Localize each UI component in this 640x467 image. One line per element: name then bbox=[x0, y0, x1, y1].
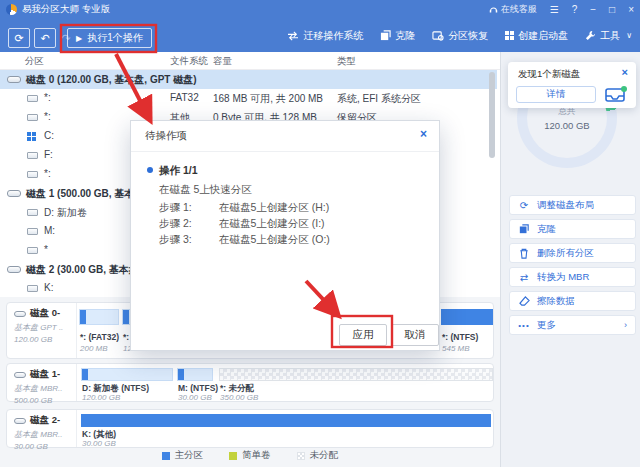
execute-operation-button[interactable]: ▶ 执行1个操作 bbox=[67, 28, 152, 48]
details-button[interactable]: 详情 bbox=[516, 86, 596, 103]
disk-icon bbox=[14, 311, 26, 317]
legend-primary-swatch bbox=[162, 452, 170, 460]
partition-icon bbox=[27, 95, 38, 102]
delete-all-partitions-button[interactable]: 删除所有分区 bbox=[509, 243, 636, 263]
clone-button[interactable]: 克隆 bbox=[380, 29, 415, 43]
legend-unallocated-label: 未分配 bbox=[310, 449, 339, 462]
partition-icon bbox=[27, 152, 38, 159]
table-row-disk0[interactable]: 磁盘 0 (120.00 GB, 基本盘, GPT 磁盘) bbox=[0, 70, 497, 89]
disk1-card[interactable]: 磁盘 1- 基本盘 MBR.. 500.00 GB D: 新加卷 (NTFS) … bbox=[6, 363, 494, 402]
partition-capacity: 168 MB 可用, 共 200 MB bbox=[213, 92, 323, 106]
clone-label: 克隆 bbox=[395, 29, 415, 43]
col-partition: 分区 bbox=[25, 55, 44, 68]
used-space-bar bbox=[82, 369, 88, 380]
partition-fs: FAT32 bbox=[170, 92, 199, 103]
wipe-data-label: 擦除数据 bbox=[537, 295, 575, 308]
used-space-bar bbox=[80, 310, 86, 324]
table-scrollbar[interactable] bbox=[489, 72, 495, 158]
adjust-layout-icon: ⟳ bbox=[518, 200, 530, 211]
windows-icon bbox=[27, 132, 36, 141]
delete-all-partitions-label: 删除所有分区 bbox=[537, 247, 594, 260]
partition-name: K: bbox=[44, 282, 53, 293]
legend: 主分区 简单卷 未分配 bbox=[0, 449, 500, 462]
donut-value: 120.00 GB bbox=[544, 120, 589, 131]
disk1-partition-d[interactable]: D: 新加卷 (NTFS) 120.00 GB bbox=[81, 368, 173, 402]
clone-icon bbox=[518, 224, 530, 234]
operation-step: 步骤 3: 在磁盘5上创建分区 (O:) bbox=[159, 233, 192, 247]
col-filesystem: 文件系统 bbox=[170, 55, 208, 68]
more-label: 更多 bbox=[537, 319, 556, 332]
operation-counter: 操作 1/1 bbox=[159, 164, 198, 178]
partition-name: D: 新加卷 bbox=[44, 206, 87, 220]
maximize-button[interactable]: □ bbox=[609, 4, 615, 15]
online-service-button[interactable]: 在线客服 bbox=[489, 3, 537, 16]
partition-icon bbox=[27, 247, 38, 254]
table-row[interactable]: *: FAT32 168 MB 可用, 共 200 MB 系统, EFI 系统分… bbox=[0, 89, 497, 108]
titlebar: 易我分区大师 专业版 在线客服 ☰ ? − □ × bbox=[0, 0, 640, 19]
close-button[interactable]: × bbox=[628, 4, 634, 15]
popup-close-icon[interactable]: × bbox=[622, 66, 628, 78]
adjust-disk-layout-button[interactable]: ⟳ 调整磁盘布局 bbox=[509, 195, 636, 215]
minimize-button[interactable]: − bbox=[590, 4, 596, 15]
disk0-partition-efi[interactable]: *: (FAT32) 200 MB bbox=[79, 309, 119, 357]
step-label: 步骤 3: bbox=[159, 233, 192, 245]
chevron-right-icon: › bbox=[624, 320, 627, 330]
disk-icon bbox=[7, 266, 21, 273]
wipe-data-button[interactable]: 擦除数据 bbox=[509, 291, 636, 311]
disk2-partition-k[interactable]: K: (其他) 30.00 GB bbox=[81, 414, 491, 448]
partition-name: * bbox=[44, 244, 48, 255]
menu-icon[interactable]: ☰ bbox=[550, 4, 559, 15]
right-panel: 总共 120.00 GB 发现1个新磁盘 × 详情 ⟳ 调整磁盘布局 克隆 bbox=[500, 52, 640, 467]
col-type: 类型 bbox=[337, 55, 356, 68]
partition-name: C: bbox=[44, 130, 54, 141]
disk2-card[interactable]: 磁盘 2- 基本盘 MBR.. 30.00 GB K: (其他) 30.00 G… bbox=[6, 409, 494, 448]
partition-size: 120.00 GB bbox=[82, 393, 120, 402]
help-icon[interactable]: ? bbox=[572, 4, 578, 15]
step-text: 在磁盘5上创建分区 (O:) bbox=[219, 233, 330, 247]
apply-label: 应用 bbox=[353, 328, 374, 342]
more-dots-icon: ••• bbox=[518, 321, 530, 330]
disk2-info: 磁盘 2- 基本盘 MBR.. 30.00 GB bbox=[7, 410, 77, 447]
partition-icon bbox=[27, 171, 38, 178]
clone-disk-button[interactable]: 克隆 bbox=[509, 219, 636, 239]
convert-to-mbr-button[interactable]: ⇄ 转换为 MBR bbox=[509, 267, 636, 287]
used-space-bar bbox=[123, 310, 129, 324]
partition-size: 200 MB bbox=[80, 344, 108, 353]
undo-button[interactable]: ↶ bbox=[34, 28, 56, 48]
eraser-icon bbox=[518, 296, 530, 306]
dialog-close-icon[interactable]: × bbox=[420, 127, 427, 141]
refresh-button[interactable]: ⟳ bbox=[8, 28, 30, 48]
recovery-icon bbox=[432, 30, 444, 41]
partition-recovery-button[interactable]: 分区恢复 bbox=[432, 29, 488, 43]
toolbar: ⟳ ↶ ↷ ▶ 执行1个操作 迁移操作系统 克隆 分区恢复 bbox=[0, 19, 640, 52]
more-button[interactable]: ••• 更多 › bbox=[509, 315, 636, 335]
disk0-info: 磁盘 0- 基本盘 GPT .. 120.00 GB bbox=[7, 303, 77, 358]
disk-label: 磁盘 0 (120.00 GB, 基本盘, GPT 磁盘) bbox=[26, 73, 197, 87]
used-space-bar bbox=[178, 369, 184, 380]
disk0-partition-ntfs[interactable]: *: (NTFS) 545 MB bbox=[441, 309, 493, 357]
partition-size: 545 MB bbox=[442, 344, 470, 353]
legend-unallocated-swatch bbox=[297, 452, 305, 460]
disk1-partition-m[interactable]: M: (NTFS) 30.00 GB bbox=[177, 368, 213, 402]
cancel-button[interactable]: 取消 bbox=[391, 324, 439, 346]
migrate-os-button[interactable]: 迁移操作系统 bbox=[287, 29, 363, 43]
disk-icon bbox=[7, 76, 21, 83]
operation-step: 步骤 2: 在磁盘5上创建分区 (I:) bbox=[159, 217, 192, 231]
create-boot-disk-label: 创建启动盘 bbox=[518, 29, 568, 43]
create-boot-disk-button[interactable]: 创建启动盘 bbox=[505, 29, 568, 43]
pending-operations-dialog: 待操作项 × 操作 1/1 在磁盘 5上快速分区 步骤 1: 在磁盘5上创建分区… bbox=[130, 120, 440, 351]
disk2-kind: 基本盘 MBR.. bbox=[14, 429, 76, 440]
play-icon: ▶ bbox=[76, 34, 82, 43]
partition-recovery-label: 分区恢复 bbox=[448, 29, 488, 43]
cancel-label: 取消 bbox=[405, 328, 426, 342]
migrate-arrows-icon bbox=[287, 31, 299, 41]
chevron-down-icon: ∨ bbox=[626, 31, 632, 40]
execute-operation-label: 执行1个操作 bbox=[87, 31, 143, 45]
tools-button[interactable]: 工具 ∨ bbox=[585, 29, 632, 43]
disk1-partition-unallocated[interactable]: *: 未分配 350.00 GB bbox=[219, 368, 495, 402]
tools-label: 工具 bbox=[600, 29, 620, 43]
disk1-kind: 基本盘 MBR.. bbox=[14, 383, 76, 394]
partition-manager-window: 易我分区大师 专业版 在线客服 ☰ ? − □ × ⟳ ↶ ↷ ▶ 执行1个操作 bbox=[0, 0, 640, 467]
disk1-info: 磁盘 1- 基本盘 MBR.. 500.00 GB bbox=[7, 364, 77, 401]
apply-button[interactable]: 应用 bbox=[339, 324, 387, 346]
